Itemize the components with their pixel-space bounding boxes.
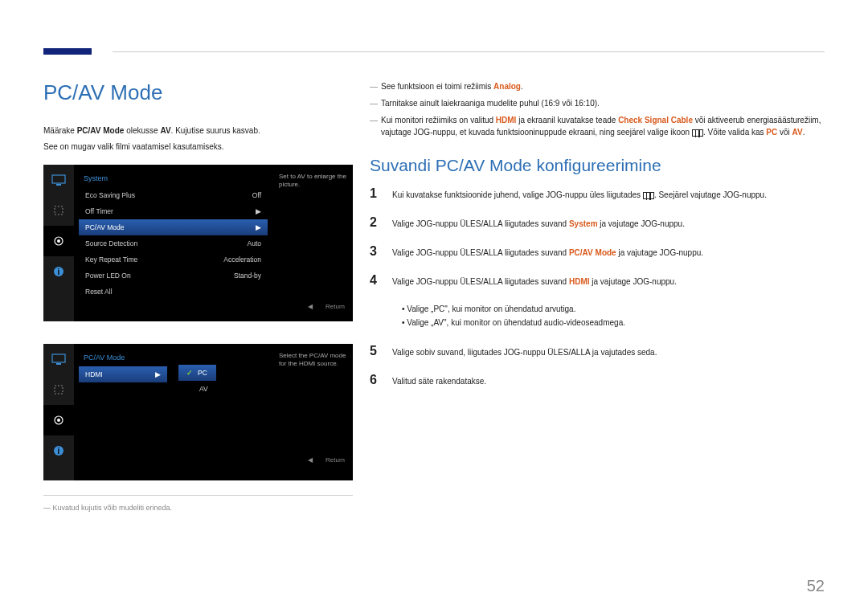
intro-bold-av: AV [160, 126, 170, 135]
osd-body: System Eco Saving PlusOffOff Timer▶PC/AV… [74, 165, 353, 318]
return-label[interactable]: Return [326, 303, 345, 310]
note-1: ―See funktsioon ei toimi režiimis Analog… [370, 80, 825, 92]
t: ja vajutage JOG-nuppu. [590, 277, 677, 286]
screen-icon[interactable] [43, 374, 74, 405]
osd-sidebar: i [43, 344, 74, 480]
bullet-pc: Valige „PC", kui monitor on ühendatud ar… [402, 302, 825, 316]
osd-row[interactable]: Key Repeat TimeAcceleration [79, 251, 268, 268]
menu-icon [643, 192, 654, 199]
step-number: 2 [370, 215, 392, 230]
screen-icon[interactable] [43, 195, 74, 226]
step-number: 4 [370, 273, 392, 288]
bold-hdmi: HDMI [496, 116, 517, 125]
bold-check-signal: Check Signal Cable [618, 116, 693, 125]
step-2: 2Valige JOG-nuppu ÜLES/ALLA liigutades s… [370, 215, 825, 230]
svg-rect-8 [56, 363, 61, 365]
step-4-bullets: Valige „PC", kui monitor on ühendatud ar… [402, 302, 825, 329]
t: või [777, 128, 792, 137]
t: . Seejärel vajutage JOG-nuppu. [654, 190, 767, 199]
t: ja ekraanil kuvatakse teade [516, 116, 618, 125]
note-3: ― Kui monitori režiimiks on valitud HDMI… [370, 114, 825, 138]
option-label: PC [198, 369, 207, 377]
menu-icon [692, 129, 703, 137]
row-value: ▶ [256, 223, 261, 231]
osd-row[interactable]: Power LED OnStand-by [79, 268, 268, 284]
osd-row[interactable]: Off Timer▶ [79, 203, 268, 219]
intro-bold-pcav: PC/AV Mode [77, 126, 125, 135]
osd-option[interactable]: AV [178, 381, 216, 397]
info-icon[interactable]: i [43, 256, 74, 287]
osd-row[interactable]: Eco Saving PlusOff [79, 187, 268, 203]
osd-row-hdmi[interactable]: HDMI▶ [79, 366, 167, 382]
check-icon: ✓ [186, 369, 193, 377]
osd-row-label: HDMI [85, 370, 103, 378]
row-label: Eco Saving Plus [85, 191, 135, 199]
note-text: . [521, 82, 523, 91]
row-value: ▶ [256, 207, 261, 215]
row-value: Acceleration [223, 255, 261, 264]
svg-rect-7 [52, 354, 65, 362]
t: Kui monitori režiimiks on valitud [381, 116, 496, 125]
step-number: 3 [370, 244, 392, 259]
step-4: 4Valige JOG-nuppu ÜLES/ALLA liigutades s… [370, 273, 825, 288]
option-label: AV [199, 385, 208, 393]
section-title: Suvandi PC/AV Mode konfigureerimine [370, 156, 825, 175]
svg-rect-9 [55, 386, 63, 394]
row-label: PC/AV Mode [85, 223, 125, 231]
settings-icon[interactable] [43, 226, 74, 256]
t: . [803, 128, 805, 137]
row-label: Reset All [85, 288, 113, 296]
step-3: 3Valige JOG-nuppu ÜLES/ALLA liigutades s… [370, 244, 825, 259]
svg-point-4 [57, 239, 60, 243]
osd-hint: Select the PC/AV mode for the HDMI sourc… [272, 350, 353, 397]
svg-text:i: i [58, 268, 60, 276]
note-2: ―Tarnitakse ainult laiekraaniga mudelite… [370, 97, 825, 109]
chevron-right-icon: ▶ [155, 370, 161, 378]
info-icon[interactable]: i [43, 435, 74, 466]
nav-left-icon[interactable]: ◀ [308, 456, 313, 464]
svg-rect-2 [55, 206, 63, 215]
picture-icon[interactable] [43, 344, 74, 374]
osd-row[interactable]: Reset All [79, 284, 268, 300]
row-label: Power LED On [85, 272, 131, 280]
note-text: See funktsioon ei toimi režiimis [381, 82, 493, 91]
osd-row[interactable]: PC/AV Mode▶ [79, 219, 268, 235]
t: ja vajutage JOG-nuppu. [598, 219, 685, 228]
settings-icon[interactable] [43, 405, 74, 435]
osd-hint: Set to AV to enlarge the picture. [272, 171, 353, 300]
t: Valige JOG-nuppu ÜLES/ALLA liigutades su… [392, 219, 569, 228]
t: Valige JOG-nuppu ÜLES/ALLA liigutades su… [392, 248, 569, 257]
svg-point-11 [57, 419, 60, 422]
row-value: Stand-by [234, 272, 261, 280]
intro-text-post: . Kujutise suurus kasvab. [171, 126, 260, 135]
bold-pcav: PC/AV Mode [569, 248, 616, 257]
t: . Võite valida kas [703, 128, 766, 137]
row-label: Key Repeat Time [85, 255, 137, 264]
osd-row[interactable]: Source DetectionAuto [79, 235, 268, 251]
step-number: 1 [370, 186, 392, 201]
row-value: Auto [248, 239, 262, 247]
footnote-text: Kuvatud kujutis võib mudeliti erineda. [53, 504, 173, 512]
osd-option[interactable]: ✓PC [178, 365, 216, 381]
note-text: Tarnitakse ainult laiekraaniga mudelite … [381, 97, 600, 109]
osd-system-menu: i System Eco Saving PlusOffOff Timer▶PC/… [43, 165, 353, 321]
t: Valitud säte rakendatakse. [392, 373, 486, 387]
osd-footer: ◀ Return [74, 300, 353, 315]
step-5: 5Valige sobiv suvand, liigutades JOG-nup… [370, 344, 825, 358]
step-number: 5 [370, 344, 392, 358]
picture-icon[interactable] [43, 165, 74, 195]
svg-rect-0 [52, 175, 65, 183]
step-number: 6 [370, 373, 392, 387]
t: ja vajutage JOG-nuppu. [616, 248, 703, 257]
osd-submenu-title: PC/AV Mode [79, 350, 167, 366]
nav-left-icon[interactable]: ◀ [308, 303, 313, 310]
t: Kui kuvatakse funktsioonide juhend, vali… [392, 190, 643, 199]
bold-system: System [569, 219, 598, 228]
step-6: 6Valitud säte rakendatakse. [370, 373, 825, 387]
header-rule [113, 51, 825, 52]
return-label[interactable]: Return [326, 456, 345, 464]
svg-rect-1 [56, 184, 61, 186]
footnote: ― Kuvatud kujutis võib mudeliti erineda. [43, 504, 825, 512]
intro-text-mid: olekusse [124, 126, 160, 135]
note-bold-analog: Analog [493, 82, 521, 91]
